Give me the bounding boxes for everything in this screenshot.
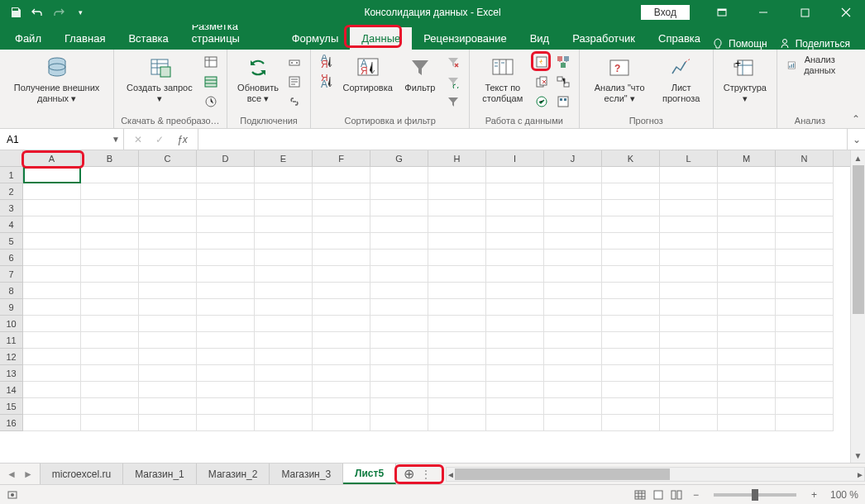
cell[interactable] bbox=[718, 250, 776, 266]
row-header[interactable]: 11 bbox=[0, 332, 23, 349]
data-analysis-button[interactable]: Анализ данных bbox=[784, 53, 842, 78]
normal-view-button[interactable] bbox=[632, 487, 648, 502]
close-button[interactable] bbox=[827, 0, 865, 25]
cell[interactable] bbox=[486, 233, 544, 250]
scroll-left-button[interactable]: ◄ bbox=[447, 468, 455, 483]
cell[interactable] bbox=[370, 266, 428, 283]
row-header[interactable]: 5 bbox=[0, 233, 23, 250]
scroll-right-button[interactable]: ► bbox=[856, 468, 864, 483]
row-header[interactable]: 12 bbox=[0, 349, 23, 365]
tab-review[interactable]: Рецензирование bbox=[412, 27, 518, 50]
zoom-level[interactable]: 100 % bbox=[825, 489, 858, 501]
cell[interactable] bbox=[81, 415, 139, 431]
cell[interactable] bbox=[660, 250, 718, 266]
zoom-in-button[interactable]: + bbox=[811, 489, 817, 501]
cell[interactable] bbox=[81, 200, 139, 216]
cell[interactable] bbox=[718, 283, 776, 299]
cell[interactable] bbox=[23, 233, 81, 250]
recent-sources-button[interactable] bbox=[202, 93, 220, 111]
cell[interactable] bbox=[255, 167, 313, 183]
share-button[interactable]: Поделиться bbox=[779, 38, 850, 50]
cell[interactable] bbox=[81, 167, 139, 183]
cell[interactable] bbox=[660, 283, 718, 299]
cell[interactable] bbox=[23, 332, 81, 349]
cell[interactable] bbox=[544, 200, 602, 216]
sheet-nav-prev[interactable]: ◄ bbox=[7, 468, 17, 480]
cell[interactable] bbox=[776, 299, 834, 316]
cell[interactable] bbox=[313, 200, 370, 216]
consolidate-button[interactable] bbox=[554, 53, 572, 71]
cell[interactable] bbox=[81, 283, 139, 299]
cell[interactable] bbox=[486, 316, 544, 332]
cell[interactable] bbox=[197, 167, 255, 183]
cell[interactable] bbox=[23, 415, 81, 431]
cell[interactable] bbox=[486, 216, 544, 233]
cell[interactable] bbox=[23, 349, 81, 365]
tab-home[interactable]: Главная bbox=[53, 27, 117, 50]
cell[interactable] bbox=[428, 283, 486, 299]
cell[interactable] bbox=[718, 415, 776, 431]
cell[interactable] bbox=[486, 250, 544, 266]
cell[interactable] bbox=[428, 398, 486, 415]
row-header[interactable]: 15 bbox=[0, 398, 23, 415]
cell[interactable] bbox=[197, 382, 255, 398]
cell[interactable] bbox=[776, 200, 834, 216]
cell[interactable] bbox=[486, 167, 544, 183]
cell[interactable] bbox=[139, 266, 197, 283]
column-header[interactable]: B bbox=[81, 150, 139, 166]
cell[interactable] bbox=[660, 316, 718, 332]
cell[interactable] bbox=[428, 332, 486, 349]
cell[interactable] bbox=[370, 250, 428, 266]
sheet-tab[interactable]: Магазин_3 bbox=[270, 464, 343, 484]
column-header[interactable]: N bbox=[776, 150, 834, 166]
cell[interactable] bbox=[428, 250, 486, 266]
sheet-tab[interactable]: Магазин_2 bbox=[197, 464, 270, 484]
cell[interactable] bbox=[139, 250, 197, 266]
cell[interactable] bbox=[776, 398, 834, 415]
cell[interactable] bbox=[313, 216, 370, 233]
data-model-button[interactable] bbox=[554, 93, 572, 111]
cell[interactable] bbox=[197, 183, 255, 200]
cell[interactable] bbox=[660, 299, 718, 316]
edit-links-button[interactable] bbox=[285, 93, 303, 111]
get-external-data-button[interactable]: Получение внешних данных ▾ bbox=[7, 53, 107, 106]
cell[interactable] bbox=[197, 250, 255, 266]
data-validation-button[interactable] bbox=[533, 93, 551, 111]
cell[interactable] bbox=[23, 283, 81, 299]
row-header[interactable]: 13 bbox=[0, 365, 23, 382]
cell[interactable] bbox=[197, 216, 255, 233]
cell[interactable] bbox=[370, 365, 428, 382]
cell[interactable] bbox=[544, 316, 602, 332]
advanced-filter-button[interactable] bbox=[444, 93, 462, 111]
save-button[interactable] bbox=[7, 3, 25, 21]
clear-filter-button[interactable] bbox=[444, 53, 462, 71]
cell[interactable] bbox=[718, 266, 776, 283]
cell[interactable] bbox=[23, 216, 81, 233]
cell[interactable] bbox=[23, 398, 81, 415]
cell[interactable] bbox=[544, 250, 602, 266]
sort-desc-button[interactable]: ЯА bbox=[318, 73, 336, 91]
sheet-tab[interactable]: Лист5 bbox=[343, 464, 396, 484]
cell[interactable] bbox=[23, 200, 81, 216]
cell[interactable] bbox=[602, 332, 660, 349]
cell[interactable] bbox=[602, 250, 660, 266]
column-header[interactable]: C bbox=[139, 150, 197, 166]
cell[interactable] bbox=[255, 183, 313, 200]
cell[interactable] bbox=[486, 382, 544, 398]
sheet-tab[interactable]: microexcel.ru bbox=[40, 464, 123, 484]
cell[interactable] bbox=[544, 167, 602, 183]
cell[interactable] bbox=[370, 316, 428, 332]
cell[interactable] bbox=[255, 299, 313, 316]
cell[interactable] bbox=[23, 167, 81, 183]
record-macro-icon[interactable] bbox=[7, 489, 18, 501]
cell[interactable] bbox=[255, 332, 313, 349]
cell[interactable] bbox=[718, 167, 776, 183]
cell[interactable] bbox=[428, 200, 486, 216]
cell[interactable] bbox=[718, 216, 776, 233]
cell[interactable] bbox=[313, 332, 370, 349]
cell[interactable] bbox=[313, 382, 370, 398]
cell[interactable] bbox=[486, 415, 544, 431]
cell[interactable] bbox=[313, 415, 370, 431]
cell[interactable] bbox=[544, 365, 602, 382]
column-header[interactable]: F bbox=[313, 150, 370, 166]
